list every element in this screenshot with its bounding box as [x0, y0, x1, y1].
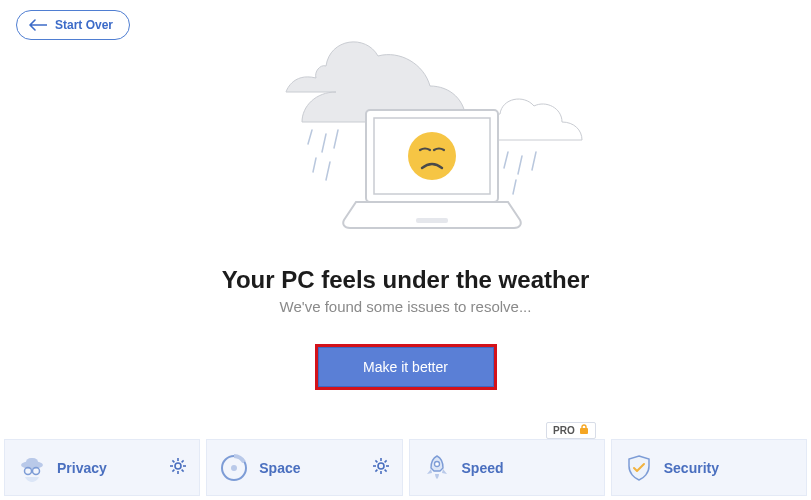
lock-icon	[579, 424, 589, 437]
category-tiles: Privacy Space PRO Speed	[4, 439, 807, 496]
svg-rect-14	[26, 458, 38, 466]
svg-line-3	[313, 158, 316, 172]
svg-line-6	[518, 156, 522, 174]
start-over-label: Start Over	[55, 18, 113, 32]
rocket-icon	[422, 453, 452, 483]
svg-line-1	[322, 134, 326, 152]
svg-line-37	[384, 460, 386, 462]
svg-rect-38	[580, 428, 588, 434]
svg-line-34	[375, 460, 377, 462]
svg-line-0	[308, 130, 312, 144]
svg-line-36	[375, 469, 377, 471]
svg-line-25	[173, 469, 175, 471]
start-over-button[interactable]: Start Over	[16, 10, 130, 40]
svg-line-4	[326, 162, 330, 180]
svg-rect-11	[416, 218, 448, 223]
tile-privacy[interactable]: Privacy	[4, 439, 200, 496]
arrow-left-icon	[29, 19, 47, 31]
status-subtitle: We've found some issues to resolve...	[0, 298, 811, 315]
pro-label: PRO	[553, 425, 575, 436]
gear-icon[interactable]	[169, 457, 187, 479]
tile-label: Security	[664, 460, 719, 476]
tile-space[interactable]: Space	[206, 439, 402, 496]
svg-point-12	[408, 132, 456, 180]
tile-speed[interactable]: PRO Speed	[409, 439, 605, 496]
tile-label: Speed	[462, 460, 504, 476]
svg-point-18	[175, 463, 181, 469]
svg-line-24	[182, 469, 184, 471]
disk-icon	[219, 453, 249, 483]
svg-point-28	[231, 465, 237, 471]
tile-label: Privacy	[57, 460, 107, 476]
svg-line-23	[173, 460, 175, 462]
svg-line-35	[384, 469, 386, 471]
cta-highlight-ring: Make it better	[315, 344, 497, 390]
svg-line-26	[182, 460, 184, 462]
svg-line-5	[504, 152, 508, 168]
pro-badge: PRO	[546, 422, 596, 439]
gear-icon[interactable]	[372, 457, 390, 479]
status-illustration	[216, 22, 596, 242]
svg-line-7	[532, 152, 536, 170]
spy-icon	[17, 453, 47, 483]
tile-security[interactable]: Security	[611, 439, 807, 496]
svg-point-29	[378, 463, 384, 469]
make-it-better-button[interactable]: Make it better	[318, 347, 494, 387]
status-headline: Your PC feels under the weather	[0, 266, 811, 294]
svg-line-2	[334, 130, 338, 148]
svg-point-39	[434, 461, 439, 466]
shield-icon	[624, 453, 654, 483]
tile-label: Space	[259, 460, 300, 476]
svg-line-8	[513, 180, 516, 194]
